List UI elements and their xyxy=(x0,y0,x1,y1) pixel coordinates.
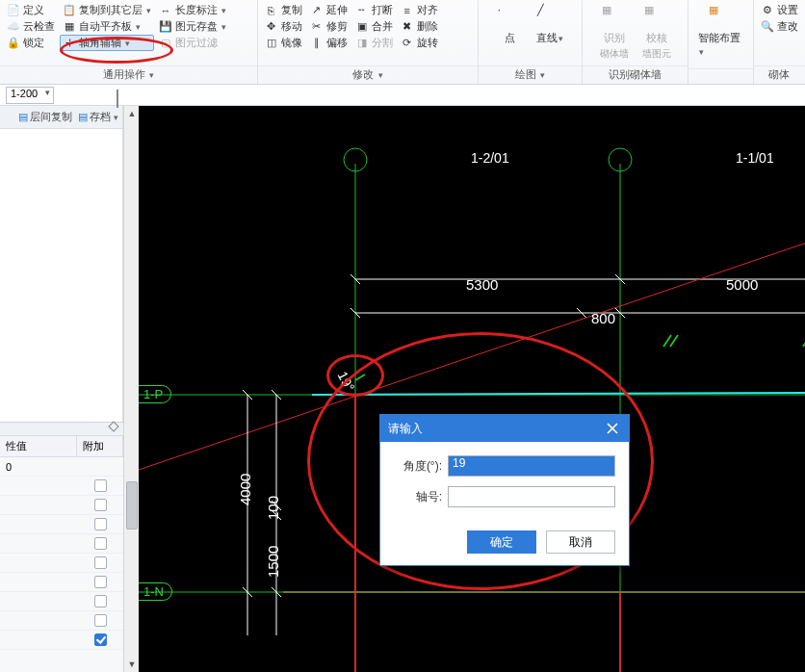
btn-auto-align[interactable]: ▦自动平齐板▾ xyxy=(60,18,154,35)
input-dialog: 请输入 角度(°): 19 轴号: 确定 取消 xyxy=(379,414,630,566)
pin-icon-2[interactable] xyxy=(108,421,118,431)
checkbox[interactable] xyxy=(94,479,107,492)
btn-smart-layout[interactable]: ▦智能布置▾ xyxy=(692,2,749,59)
ok-button[interactable]: 确定 xyxy=(467,530,536,554)
group-label-draw: 绘图 ▾ xyxy=(479,65,582,84)
btn-len-dim[interactable]: ↔长度标注▾ xyxy=(156,2,229,18)
btn-move[interactable]: ✥移动 xyxy=(262,18,305,35)
dialog-close-icon[interactable] xyxy=(604,420,621,437)
label-angle: 角度(°): xyxy=(394,458,442,475)
checkbox-checked[interactable] xyxy=(94,633,107,646)
btn-define[interactable]: 📄定义 xyxy=(4,2,58,18)
axis-label-b: 1-1/01 xyxy=(736,150,774,166)
btn-merge[interactable]: ▣合并 xyxy=(352,18,396,35)
btn-rotate[interactable]: ⟳旋转 xyxy=(398,35,441,51)
btn-point[interactable]: ·点 xyxy=(492,2,529,47)
btn-mirror[interactable]: ◫镜像 xyxy=(262,35,305,51)
prop-grid-header: 性值附加 xyxy=(0,436,123,457)
dialog-title: 请输入 xyxy=(388,421,423,437)
dim-800: 800 xyxy=(591,310,615,326)
btn-cloud-check[interactable]: ☁️云检查 xyxy=(4,18,58,35)
btn-lock[interactable]: 🔒锁定 xyxy=(4,35,58,51)
group-label-recog: 识别砌体墙 xyxy=(583,65,688,84)
btn-axis-aux[interactable]: ⊹轴角辅轴▾ xyxy=(60,35,154,51)
btn-break[interactable]: ╌打断 xyxy=(352,2,396,18)
checkbox[interactable] xyxy=(94,499,107,511)
btn-recognize: ▦识别砌体墙 xyxy=(594,2,635,63)
checkbox[interactable] xyxy=(94,595,107,607)
axis-label-a: 1-2/01 xyxy=(471,150,509,166)
checkbox[interactable] xyxy=(94,537,107,550)
group-label-wall2: 砌体 xyxy=(754,65,805,84)
btn-elem-save[interactable]: 💾图元存盘▾ xyxy=(156,18,229,35)
btn-check-wall: ▦校核墙图元 xyxy=(636,2,677,63)
checkbox[interactable] xyxy=(94,614,107,627)
btn-extend[interactable]: ↗延伸 xyxy=(307,2,351,18)
btn-split: ◨分割 xyxy=(352,35,396,51)
label-axis-no: 轴号: xyxy=(394,489,442,505)
checkbox[interactable] xyxy=(94,518,107,530)
btn-delete[interactable]: ✖删除 xyxy=(398,18,441,35)
dim-5000: 5000 xyxy=(726,276,758,293)
ribbon: 📄定义 ☁️云检查 🔒锁定 📋复制到其它层▾ ▦自动平齐板▾ ⊹轴角辅轴▾ ↔长… xyxy=(0,0,805,85)
checkbox[interactable] xyxy=(94,576,107,588)
scroll-up-icon[interactable]: ▲ xyxy=(124,106,140,121)
axis-bubble-n: 1-N xyxy=(139,582,172,601)
input-axis-no[interactable] xyxy=(448,486,615,507)
btn-align[interactable]: ≡对齐 xyxy=(398,2,441,18)
group-label-common: 通用操作 ▾ xyxy=(0,65,257,84)
btn-copy[interactable]: ⎘复制 xyxy=(262,2,305,18)
cancel-button[interactable]: 取消 xyxy=(546,530,615,554)
btn-find[interactable]: 🔍查改 xyxy=(758,18,801,35)
drawing-canvas[interactable]: 1-2/01 1-1/01 5300 5000 800 4000 100 150… xyxy=(139,106,805,672)
scroll-thumb[interactable] xyxy=(126,481,138,530)
input-angle[interactable]: 19 xyxy=(448,455,615,477)
zoom-select[interactable]: 1-200 xyxy=(6,87,54,104)
vertical-scrollbar[interactable]: ▲ ▼ xyxy=(123,106,139,672)
btn-offset[interactable]: ∥偏移 xyxy=(307,35,351,51)
btn-trim[interactable]: ✂修剪 xyxy=(307,18,351,35)
group-label-modify: 修改 ▾ xyxy=(258,65,479,84)
dim-4000: 4000 xyxy=(237,474,253,505)
dim-1500: 1500 xyxy=(265,546,281,578)
dim-5300: 5300 xyxy=(466,276,498,293)
btn-elem-filter: ▢图元过滤 xyxy=(156,35,229,51)
axis-bubble-p: 1-P xyxy=(139,385,171,403)
btn-line[interactable]: ╱直线▾ xyxy=(531,2,569,47)
btn-archive[interactable]: ▤存档▾ xyxy=(78,110,118,124)
btn-settings[interactable]: ⚙设置 xyxy=(758,2,801,18)
btn-floor-copy[interactable]: ▤层间复制 xyxy=(18,110,72,124)
panel1-toolbar: ▤层间复制 ▤存档▾ xyxy=(0,106,122,129)
dim-100: 100 xyxy=(265,496,281,520)
scroll-down-icon[interactable]: ▼ xyxy=(124,657,140,672)
left-panel: ▤层间复制 ▤存档▾ 性值附加 0 xyxy=(0,106,123,672)
sub-toolbar: 1-200 xyxy=(0,85,805,106)
pin-icon[interactable] xyxy=(117,90,118,108)
btn-copy-layer[interactable]: 📋复制到其它层▾ xyxy=(60,2,154,18)
checkbox[interactable] xyxy=(94,556,107,569)
